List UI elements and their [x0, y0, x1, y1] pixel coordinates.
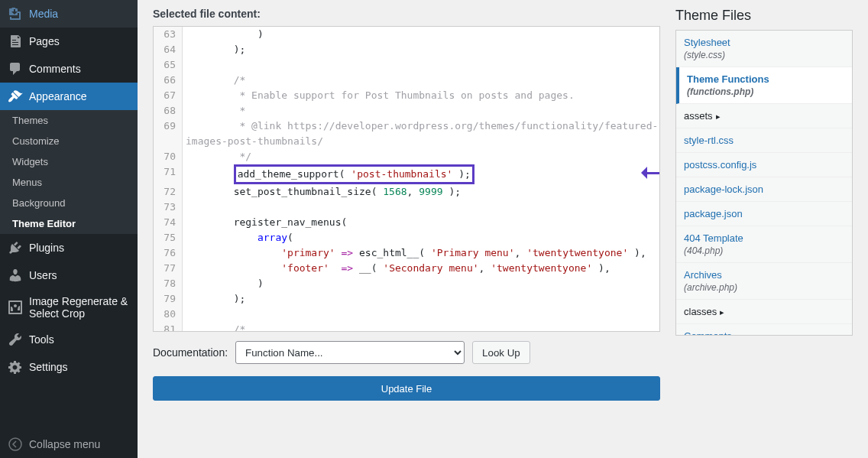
pages-icon	[8, 34, 23, 49]
code-tok: 'primary'	[281, 247, 335, 258]
menu-appearance[interactable]: Appearance	[0, 83, 138, 110]
file-label: Stylesheet	[684, 37, 730, 48]
collapse-label: Collapse menu	[29, 438, 100, 450]
file-404-template[interactable]: 404 Template (404.php)	[676, 226, 852, 263]
code-tok: * Enable support for Post Thumbnails on …	[234, 89, 575, 101]
settings-icon	[8, 359, 23, 375]
file-stylesheet[interactable]: Stylesheet (style.css)	[676, 31, 852, 67]
code-tok: __	[359, 262, 371, 274]
code-tok: 'twentytwentyone'	[526, 247, 628, 258]
collapse-icon	[8, 437, 23, 452]
submenu-menus[interactable]: Menus	[0, 172, 138, 193]
file-package-lock[interactable]: package-lock.json	[676, 177, 852, 202]
code-tok: 1568	[383, 186, 406, 197]
theme-files-column: Theme Files Stylesheet (style.css) Theme…	[675, 8, 853, 450]
image-crop-icon	[8, 300, 23, 315]
menu-label: Image Regenerate & Select Crop	[29, 295, 130, 320]
theme-files-heading: Theme Files	[675, 8, 853, 24]
code-tok: * @link https://developer.wordpress.org/…	[234, 120, 659, 132]
appearance-icon	[8, 89, 23, 104]
file-package-json[interactable]: package.json	[676, 202, 852, 226]
menu-media[interactable]: Media	[0, 0, 138, 28]
arrow-head-icon	[635, 167, 647, 179]
file-sub: (functions.php)	[687, 86, 844, 97]
code-tok: /*	[234, 74, 246, 86]
code-tok: /*	[234, 323, 246, 332]
code-tok: set_post_thumbnail_size	[234, 186, 371, 197]
code-tok: )	[257, 28, 264, 40]
code-tok: 'twentytwentyone'	[491, 262, 592, 274]
file-style-rtl[interactable]: style-rtl.css	[676, 128, 852, 153]
comments-icon	[8, 61, 23, 76]
svg-point-0	[9, 438, 21, 450]
submenu-customize[interactable]: Customize	[0, 131, 138, 151]
collapse-menu[interactable]: Collapse menu	[0, 430, 138, 458]
admin-sidebar: Media Pages Comments Appearance Themes C…	[0, 0, 138, 458]
file-label: Archives	[684, 269, 722, 281]
tools-icon	[8, 332, 23, 347]
plugins-icon	[8, 240, 23, 255]
code-tok: array	[257, 232, 287, 243]
submenu-themes[interactable]: Themes	[0, 110, 138, 131]
content-row: Selected file content: 63 ) 64 ); 65 66 …	[153, 8, 853, 450]
code-tok: );	[234, 44, 246, 55]
file-label: Theme Functions	[687, 73, 769, 85]
appearance-submenu: Themes Customize Widgets Menus Backgroun…	[0, 110, 138, 234]
menu-users[interactable]: Users	[0, 261, 138, 289]
menu-label: Appearance	[29, 90, 87, 102]
menu-plugins[interactable]: Plugins	[0, 234, 138, 261]
menu-settings[interactable]: Settings	[0, 353, 138, 381]
menu-label: Settings	[29, 361, 68, 373]
lookup-button[interactable]: Look Up	[472, 341, 530, 364]
code-tok: 'post-thumbnails'	[351, 168, 452, 180]
code-tok: 'footer'	[281, 262, 329, 274]
code-tok: *	[234, 105, 246, 116]
editor-heading: Selected file content:	[153, 8, 660, 20]
menu-label: Plugins	[29, 242, 64, 254]
menu-comments[interactable]: Comments	[0, 55, 138, 83]
file-sub: (404.php)	[684, 245, 844, 256]
highlighted-code: add_theme_support( 'post-thumbnails' );	[234, 164, 474, 184]
file-label: 404 Template	[684, 232, 743, 244]
main-content: Selected file content: 63 ) 64 ); 65 66 …	[138, 0, 868, 458]
folder-classes[interactable]: classes	[676, 300, 852, 324]
file-theme-functions[interactable]: Theme Functions (functions.php)	[676, 67, 852, 104]
update-file-button[interactable]: Update File	[153, 376, 660, 401]
file-comments[interactable]: Comments	[676, 324, 852, 336]
users-icon	[8, 268, 23, 283]
code-tok: 'Primary menu'	[431, 247, 515, 258]
code-tok: register_nav_menus	[234, 216, 342, 228]
arrow-annotation	[635, 166, 660, 180]
code-editor[interactable]: 63 ) 64 ); 65 66 /* 67 * Enable support …	[153, 26, 660, 332]
file-postcss[interactable]: postcss.config.js	[676, 153, 852, 177]
theme-files-list[interactable]: Stylesheet (style.css) Theme Functions (…	[675, 30, 853, 336]
menu-label: Pages	[29, 35, 60, 47]
submenu-background[interactable]: Background	[0, 193, 138, 213]
menu-pages[interactable]: Pages	[0, 28, 138, 55]
code-tok: 9999	[419, 186, 442, 197]
code-tok: images-post-thumbnails/	[186, 135, 323, 147]
code-tok: 'Secondary menu'	[383, 262, 478, 274]
documentation-row: Documentation: Function Name... Look Up	[153, 341, 660, 364]
code-tok: add_theme_support	[238, 168, 339, 180]
file-archives[interactable]: Archives (archive.php)	[676, 263, 852, 300]
menu-label: Media	[29, 8, 58, 20]
submenu-theme-editor[interactable]: Theme Editor	[0, 213, 138, 234]
editor-column: Selected file content: 63 ) 64 ); 65 66 …	[153, 8, 660, 450]
function-name-select[interactable]: Function Name...	[235, 341, 465, 364]
folder-assets[interactable]: assets	[676, 104, 852, 128]
code-tok: esc_html__	[359, 247, 419, 258]
code-tok: */	[234, 151, 251, 162]
file-sub: (archive.php)	[684, 282, 844, 293]
menu-label: Tools	[29, 333, 54, 346]
doc-label: Documentation:	[153, 346, 228, 359]
menu-image-regenerate[interactable]: Image Regenerate & Select Crop	[0, 289, 138, 326]
submenu-widgets[interactable]: Widgets	[0, 151, 138, 172]
menu-label: Users	[29, 269, 57, 281]
menu-tools[interactable]: Tools	[0, 326, 138, 353]
code-tok: )	[257, 278, 264, 289]
file-sub: (style.css)	[684, 50, 844, 60]
menu-label: Comments	[29, 63, 81, 75]
media-icon	[8, 6, 23, 21]
code-tok: );	[234, 293, 246, 304]
